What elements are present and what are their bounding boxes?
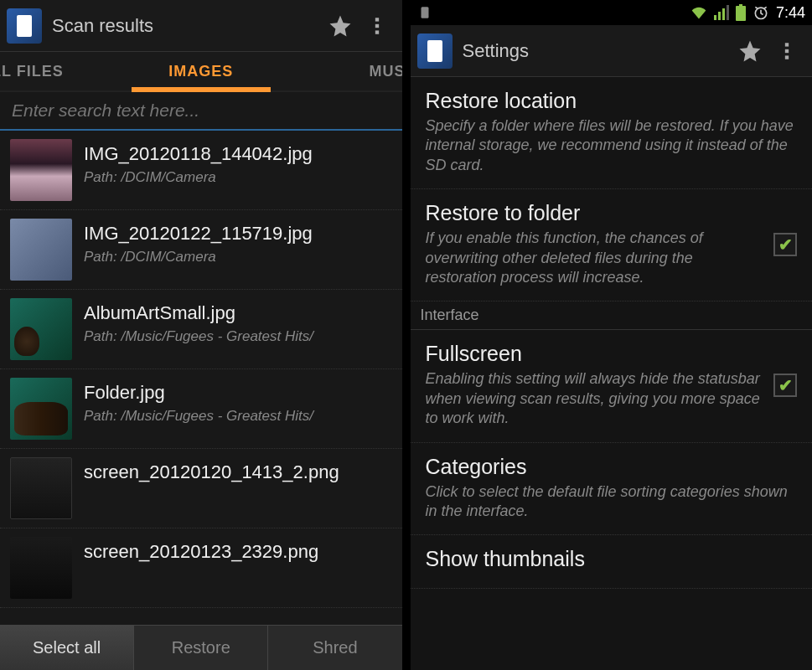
setting-fullscreen[interactable]: Fullscreen Enabling this setting will al… (411, 330, 813, 442)
file-name: Folder.jpg (84, 381, 392, 405)
status-left (417, 5, 432, 20)
star-icon[interactable] (322, 8, 359, 44)
file-name: IMG_20120122_115719.jpg (84, 222, 392, 245)
notification-icon (417, 5, 432, 20)
file-path: Path: /DCIM/Camera (84, 249, 392, 265)
setting-restore-to-folder[interactable]: Restore to folder If you enable this fun… (411, 189, 813, 302)
svg-rect-8 (736, 6, 746, 21)
setting-restore-location[interactable]: Restore location Specify a folder where … (411, 77, 813, 189)
signal-icon (714, 5, 729, 20)
menu-overflow-icon[interactable] (359, 8, 396, 44)
setting-desc: Specify a folder where files will be res… (426, 116, 798, 175)
list-item[interactable]: IMG_20120118_144042.jpg Path: /DCIM/Came… (0, 131, 402, 210)
battery-icon (736, 4, 746, 21)
app-header: Scan results (0, 0, 402, 52)
setting-title: Categories (426, 455, 798, 479)
file-list[interactable]: IMG_20120118_144042.jpg Path: /DCIM/Came… (0, 131, 402, 625)
thumbnail (10, 219, 72, 281)
search-box (0, 92, 402, 131)
file-info: IMG_20120118_144042.jpg Path: /DCIM/Came… (84, 139, 392, 186)
list-item[interactable]: screen_20120120_1413_2.png (0, 449, 402, 528)
svg-rect-1 (375, 23, 378, 27)
thumbnail (10, 378, 72, 440)
svg-rect-3 (421, 7, 428, 18)
settings-list[interactable]: Restore location Specify a folder where … (411, 77, 813, 670)
file-info: screen_20120123_2329.png (84, 537, 392, 564)
checkbox[interactable] (773, 374, 797, 397)
svg-rect-2 (375, 30, 378, 34)
tab-images[interactable]: IMAGES (132, 52, 272, 90)
search-input[interactable] (12, 100, 390, 121)
list-item[interactable]: IMG_20120122_115719.jpg Path: /DCIM/Came… (0, 210, 402, 290)
app-header: Settings (411, 25, 813, 77)
select-all-button[interactable]: Select all (0, 626, 134, 670)
thumbnail (10, 298, 72, 360)
checkbox[interactable] (773, 233, 797, 256)
file-path: Path: /Music/Fugees - Greatest Hits/ (84, 328, 392, 345)
setting-title: Fullscreen (426, 342, 766, 366)
svg-rect-11 (785, 43, 789, 46)
svg-rect-5 (718, 12, 721, 20)
list-item[interactable]: Folder.jpg Path: /Music/Fugees - Greates… (0, 369, 402, 449)
restore-button[interactable]: Restore (134, 626, 268, 670)
setting-show-thumbnails[interactable]: Show thumbnails (411, 535, 813, 589)
phone-right: 7:44 Settings Restore location Specify a… (411, 0, 813, 670)
setting-title: Restore location (426, 89, 798, 113)
file-info: screen_20120120_1413_2.png (84, 457, 392, 484)
svg-rect-0 (375, 18, 378, 21)
phone-left: Scan results LL FILES IMAGES MUSI IMG_20… (0, 0, 402, 670)
file-name: screen_20120123_2329.png (84, 540, 392, 564)
tab-all-files[interactable]: LL FILES (0, 52, 132, 90)
file-name: screen_20120120_1413_2.png (84, 461, 392, 484)
svg-rect-6 (722, 8, 725, 20)
status-time: 7:44 (776, 4, 805, 22)
setting-desc: Click to select the default file sorting… (426, 482, 798, 522)
svg-rect-9 (739, 4, 742, 6)
thumbnail (10, 457, 72, 519)
bottom-toolbar: Select all Restore Shred (0, 625, 402, 670)
file-name: AlbumArtSmall.jpg (84, 302, 392, 325)
page-title: Scan results (52, 15, 322, 37)
thumbnail (10, 537, 72, 599)
status-right: 7:44 (690, 4, 805, 22)
list-item[interactable]: screen_20120123_2329.png (0, 528, 402, 608)
tabs: LL FILES IMAGES MUSI (0, 52, 402, 92)
svg-rect-13 (785, 55, 789, 59)
file-info: IMG_20120122_115719.jpg Path: /DCIM/Came… (84, 219, 392, 265)
wifi-icon (690, 5, 707, 20)
svg-rect-4 (714, 15, 716, 20)
status-bar: 7:44 (411, 0, 813, 25)
svg-rect-12 (785, 49, 789, 52)
setting-title: Restore to folder (426, 201, 766, 225)
app-icon (417, 34, 453, 69)
section-header-interface: Interface (411, 302, 813, 330)
menu-overflow-icon[interactable] (768, 33, 805, 70)
list-item[interactable]: AlbumArtSmall.jpg Path: /Music/Fugees - … (0, 290, 402, 369)
star-icon[interactable] (732, 33, 768, 70)
file-name: IMG_20120118_144042.jpg (84, 142, 392, 166)
alarm-icon (753, 4, 769, 21)
setting-title: Show thumbnails (426, 547, 798, 571)
page-title: Settings (463, 40, 732, 62)
app-icon (7, 8, 42, 44)
tab-music[interactable]: MUSI (271, 52, 402, 90)
svg-rect-7 (727, 5, 729, 20)
thumbnail (10, 139, 72, 201)
setting-desc: Enabling this setting will always hide t… (426, 369, 766, 428)
setting-categories[interactable]: Categories Click to select the default f… (411, 443, 813, 536)
shred-button[interactable]: Shred (268, 626, 401, 670)
file-info: AlbumArtSmall.jpg Path: /Music/Fugees - … (84, 298, 392, 345)
setting-desc: If you enable this function, the chances… (426, 229, 766, 287)
file-info: Folder.jpg Path: /Music/Fugees - Greates… (84, 378, 392, 425)
file-path: Path: /Music/Fugees - Greatest Hits/ (84, 408, 392, 425)
file-path: Path: /DCIM/Camera (84, 169, 392, 186)
